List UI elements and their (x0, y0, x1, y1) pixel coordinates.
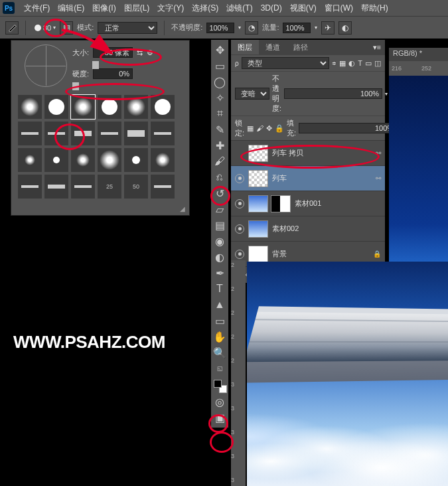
brush-swatch[interactable] (71, 148, 95, 172)
annotation-circle (210, 432, 234, 453)
pen-tool-icon[interactable]: ✒ (212, 266, 227, 280)
stamp-tool-icon[interactable]: ⎌ (212, 170, 227, 185)
brush-tool-icon[interactable]: 🖌 (212, 154, 227, 169)
default-colors-icon[interactable]: ◱ (212, 361, 227, 376)
ruler-vertical: 222 223 333 344 (231, 260, 246, 486)
path-select-tool-icon[interactable]: ▲ (212, 297, 227, 312)
brush-preset-picker[interactable]: 80 ▾ (33, 24, 56, 32)
brush-swatch[interactable]: 25 (98, 175, 121, 199)
panel-resize-icon[interactable]: ◢ (11, 205, 189, 215)
opacity-field[interactable] (206, 23, 234, 33)
size-field[interactable] (93, 47, 133, 58)
document-area: RGB/8) * 216252 222 223 333 344 (231, 48, 448, 486)
brush-swatch-selected[interactable] (71, 95, 95, 119)
wand-tool-icon[interactable]: ✧ (212, 90, 227, 105)
flow-label: 流量: (262, 23, 279, 33)
brush-angle-preview[interactable] (25, 44, 67, 87)
brush-swatch[interactable] (18, 95, 42, 119)
dodge-tool-icon[interactable]: ◐ (212, 250, 227, 264)
gradient-tool-icon[interactable]: ▤ (212, 218, 227, 232)
lasso-tool-icon[interactable]: ◯ (212, 74, 227, 89)
brush-swatch[interactable] (124, 95, 148, 119)
menu-window[interactable]: 窗口(W) (321, 3, 357, 14)
menu-filter[interactable]: 滤镜(T) (222, 3, 256, 14)
brush-swatch[interactable] (151, 175, 175, 199)
flip-x-icon[interactable]: ⇆ (137, 48, 143, 57)
blur-tool-icon[interactable]: ◉ (212, 234, 227, 248)
brush-swatch[interactable] (124, 121, 148, 145)
toolbox: ✥ ▭ ◯ ✧ ⌗ ✎ ✚ 🖌 ⎌ ↺ ▱ ▤ ◉ ◐ ✒ T ▲ ▭ ✋ 🔍 … (211, 40, 228, 428)
menu-layer[interactable]: 图层(L) (120, 3, 154, 14)
brush-swatch[interactable] (18, 175, 42, 199)
blend-mode-select[interactable]: 正常 (98, 22, 157, 34)
brush-swatch[interactable] (124, 148, 148, 172)
pressure-opacity-icon[interactable]: ◔ (245, 21, 258, 35)
menu-view[interactable]: 视图(V) (286, 3, 321, 14)
ruler-horizontal: 216252 (389, 61, 448, 76)
brush-swatch[interactable] (151, 148, 175, 172)
brush-swatch[interactable] (18, 121, 42, 145)
brush-size-value: 80 (43, 24, 51, 32)
menu-help[interactable]: 帮助(H) (357, 3, 392, 14)
brush-swatch[interactable] (44, 121, 68, 145)
size-label: 大小: (72, 48, 89, 58)
menu-file[interactable]: 文件(F) (20, 3, 54, 14)
type-tool-icon[interactable]: T (212, 282, 227, 296)
marquee-tool-icon[interactable]: ▭ (212, 58, 227, 73)
watermark: WWW.PSAHZ.COM (13, 332, 165, 353)
menu-3d[interactable]: 3D(D) (257, 3, 286, 13)
brush-swatch[interactable] (98, 121, 121, 145)
history-brush-tool-icon[interactable]: ↺ (212, 186, 227, 201)
brush-swatch[interactable] (98, 148, 121, 172)
canvas[interactable] (247, 262, 448, 486)
options-bar: 80 ▾ ▤ 模式: 正常 不透明度: ▾ ◔ 流量: ▾ ✈ ◐ (0, 16, 448, 39)
menu-edit[interactable]: 编辑(E) (54, 3, 88, 14)
document-title: RGB/8) * (389, 48, 448, 61)
brush-swatch[interactable] (18, 148, 42, 172)
opacity-label: 不透明度: (171, 23, 202, 33)
brush-tool-icon[interactable] (5, 21, 19, 35)
brush-preset-panel: 大小: ⇆ ⚙ 硬度: (11, 40, 190, 216)
quickmask-icon[interactable]: ◎ (212, 394, 227, 409)
healing-tool-icon[interactable]: ✚ (212, 138, 227, 153)
zoom-tool-icon[interactable]: 🔍 (212, 345, 227, 360)
brush-swatch[interactable] (44, 175, 68, 199)
hardness-field[interactable] (93, 68, 133, 79)
flow-field[interactable] (283, 23, 311, 33)
brush-swatch[interactable] (98, 95, 121, 119)
brush-swatch[interactable]: 50 (124, 175, 148, 199)
screenmode-icon[interactable]: ▣ (212, 410, 227, 425)
panel-menu-icon[interactable]: ⚙ (147, 48, 153, 57)
brush-swatch[interactable] (71, 175, 95, 199)
menu-type[interactable]: 文字(Y) (153, 3, 188, 14)
brush-swatch[interactable] (44, 148, 68, 172)
eraser-tool-icon[interactable]: ▱ (212, 202, 227, 216)
airbrush-icon[interactable]: ✈ (321, 21, 335, 35)
brush-panel-toggle-icon[interactable]: ▤ (60, 21, 73, 35)
foreground-swatch[interactable] (214, 380, 222, 388)
crop-tool-icon[interactable]: ⌗ (212, 106, 227, 121)
menu-select[interactable]: 选择(S) (188, 3, 222, 14)
pressure-size-icon[interactable]: ◐ (338, 21, 352, 35)
brush-swatch[interactable] (44, 95, 68, 119)
eyedropper-tool-icon[interactable]: ✎ (212, 122, 227, 137)
mode-label: 模式: (77, 23, 94, 33)
menu-bar: Ps 文件(F) 编辑(E) 图像(I) 图层(L) 文字(Y) 选择(S) 滤… (0, 0, 448, 16)
brush-swatch[interactable] (151, 121, 175, 145)
menu-image[interactable]: 图像(I) (88, 3, 119, 14)
brush-swatch[interactable] (71, 121, 95, 145)
brush-grid: 25 50 (11, 91, 189, 205)
hardness-label: 硬度: (72, 69, 89, 79)
move-tool-icon[interactable]: ✥ (212, 42, 227, 57)
canvas-upper[interactable] (389, 76, 448, 262)
brush-swatch[interactable] (151, 95, 175, 119)
app-icon: Ps (3, 2, 15, 14)
shape-tool-icon[interactable]: ▭ (212, 313, 227, 328)
color-swatches[interactable] (212, 378, 227, 393)
hand-tool-icon[interactable]: ✋ (212, 329, 227, 344)
canvas-clouds (247, 363, 448, 486)
